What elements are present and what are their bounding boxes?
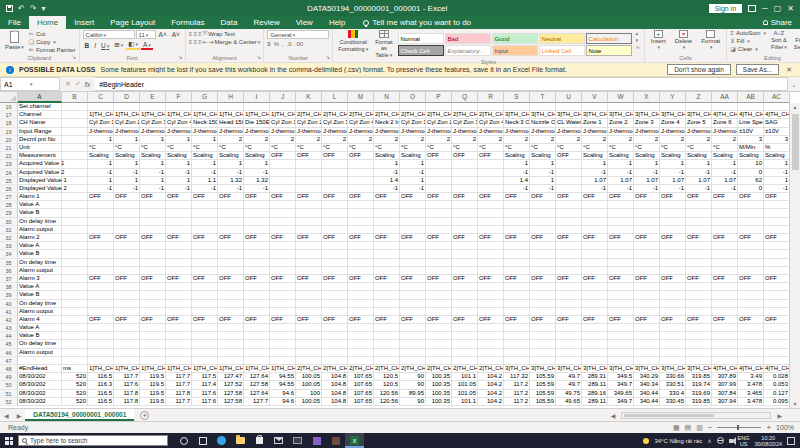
cell-AA33[interactable] [712, 242, 738, 250]
cell-T30[interactable] [530, 218, 556, 226]
taskbar-search-input[interactable]: Type here to search [18, 435, 168, 446]
cell-V17[interactable]: 3]TH_CH4 [582, 111, 608, 119]
cell-H20[interactable]: 2 [218, 136, 244, 144]
weather-text[interactable]: 34°C Nắng rải rác [654, 438, 702, 444]
menu-tab-formulas[interactable]: Formulas [163, 16, 212, 29]
cell-AB44[interactable] [738, 332, 764, 340]
cell-S51[interactable]: 117.2 [504, 390, 530, 398]
cell-S26[interactable]: -1 [504, 185, 530, 193]
cell-E49[interactable]: 119.5 [140, 373, 166, 381]
cell-AC52[interactable]: 0.095 [764, 398, 790, 406]
fill-button[interactable]: ⊻Fill [730, 37, 766, 44]
cell-P32[interactable]: OFF [426, 234, 452, 242]
col-header-X[interactable]: X [634, 92, 660, 103]
cell-B44[interactable] [62, 332, 88, 340]
cell-C42[interactable]: OFF [88, 316, 114, 324]
cell-J33[interactable] [270, 242, 296, 250]
cell-K26[interactable] [296, 185, 322, 193]
cell-A26[interactable]: Displayed Value 2 [18, 185, 62, 193]
cell-L49[interactable]: 104.8 [322, 373, 348, 381]
cell-A43[interactable]: Value A [18, 324, 62, 332]
cell-Q49[interactable]: 101.1 [452, 373, 478, 381]
cell-P44[interactable] [426, 332, 452, 340]
cell-N47[interactable] [374, 357, 400, 365]
cell-P30[interactable] [426, 218, 452, 226]
gallery-up-icon[interactable]: ▴ [636, 30, 640, 36]
cell-T49[interactable]: 105.59 [530, 373, 556, 381]
cell-N51[interactable]: 120.56 [374, 390, 400, 398]
cell-AA41[interactable] [712, 308, 738, 316]
row-header-30[interactable]: 30 [0, 218, 18, 226]
cell-E23[interactable]: 1 [140, 160, 166, 168]
cell-G47[interactable] [192, 357, 218, 365]
cell-O31[interactable] [400, 226, 426, 234]
cell-M33[interactable] [348, 242, 374, 250]
cell-L27[interactable]: OFF [322, 193, 348, 201]
cell-F38[interactable] [166, 283, 192, 291]
cell-AC48[interactable]: 4]TH_CH3 [764, 365, 790, 373]
cell-N25[interactable]: 1.4 [374, 177, 400, 185]
cell-P21[interactable]: °C [426, 144, 452, 152]
cell-M21[interactable]: °C [348, 144, 374, 152]
cell-D38[interactable] [114, 283, 140, 291]
cell-Z39[interactable] [686, 291, 712, 299]
cell-O36[interactable] [400, 267, 426, 275]
taskbar-icon-cortana[interactable] [174, 433, 193, 448]
cell-Z37[interactable]: OFF [686, 275, 712, 283]
number-format-icon[interactable]: .00 [295, 41, 303, 47]
cell-S33[interactable] [504, 242, 530, 250]
taskbar-icon-excel[interactable] [345, 433, 364, 448]
cell-AA16[interactable] [712, 103, 738, 111]
cell-R46[interactable] [478, 349, 504, 357]
col-header-K[interactable]: K [296, 92, 322, 103]
cell-O39[interactable] [400, 291, 426, 299]
cell-R40[interactable] [478, 300, 504, 308]
cell-K39[interactable] [296, 291, 322, 299]
cell-G48[interactable]: 1]TH_CH5 [192, 365, 218, 373]
cell-Q34[interactable] [452, 250, 478, 258]
cell-X49[interactable]: 340.29 [634, 373, 660, 381]
cell-D48[interactable]: 1]TH_CH2 [114, 365, 140, 373]
cell-O42[interactable]: OFF [400, 316, 426, 324]
cell-V44[interactable] [582, 332, 608, 340]
cell-I34[interactable] [244, 250, 270, 258]
cell-Y37[interactable]: OFF [660, 275, 686, 283]
cell-H39[interactable] [218, 291, 244, 299]
cell-F20[interactable]: 1 [166, 136, 192, 144]
cell-AB38[interactable] [738, 283, 764, 291]
cell-T33[interactable] [530, 242, 556, 250]
cell-AC24[interactable]: -1 [764, 169, 790, 177]
cell-W30[interactable] [608, 218, 634, 226]
cell-N40[interactable] [374, 300, 400, 308]
cell-L21[interactable]: °C [322, 144, 348, 152]
cell-F45[interactable] [166, 340, 192, 348]
cell-AA25[interactable]: 1.07 [712, 177, 738, 185]
cell-I38[interactable] [244, 283, 270, 291]
cell-Z52[interactable]: 319.85 [686, 398, 712, 406]
cell-Y25[interactable]: 1.07 [660, 177, 686, 185]
hscroll-right-icon[interactable]: ▶ [773, 412, 786, 419]
col-header-Z[interactable]: Z [686, 92, 712, 103]
cell-M40[interactable] [348, 300, 374, 308]
cell-R45[interactable] [478, 340, 504, 348]
cell-X42[interactable]: OFF [634, 316, 660, 324]
cell-R42[interactable]: OFF [478, 316, 504, 324]
cell-U18[interactable]: CL Water [556, 119, 582, 127]
cell-P47[interactable] [426, 357, 452, 365]
cell-F35[interactable] [166, 259, 192, 267]
cell-J24[interactable] [270, 169, 296, 177]
cell-X52[interactable]: 340.44 [634, 398, 660, 406]
cell-C44[interactable] [88, 332, 114, 340]
close-button[interactable]: ✕ [787, 4, 794, 13]
cell-S41[interactable] [504, 308, 530, 316]
cell-A21[interactable]: Unit [18, 144, 62, 152]
cell-J17[interactable]: 1]TH_CH8 [270, 111, 296, 119]
cell-E43[interactable] [140, 324, 166, 332]
cell-D36[interactable] [114, 267, 140, 275]
cell-T19[interactable]: J-thermoc [530, 128, 556, 136]
restore-button[interactable]: ▢ [774, 4, 782, 13]
cell-X22[interactable]: Scaling [634, 152, 660, 160]
cell-AB18[interactable]: Line Spee [738, 119, 764, 127]
cell-D32[interactable]: OFF [114, 234, 140, 242]
cell-A39[interactable]: Value B [18, 291, 62, 299]
